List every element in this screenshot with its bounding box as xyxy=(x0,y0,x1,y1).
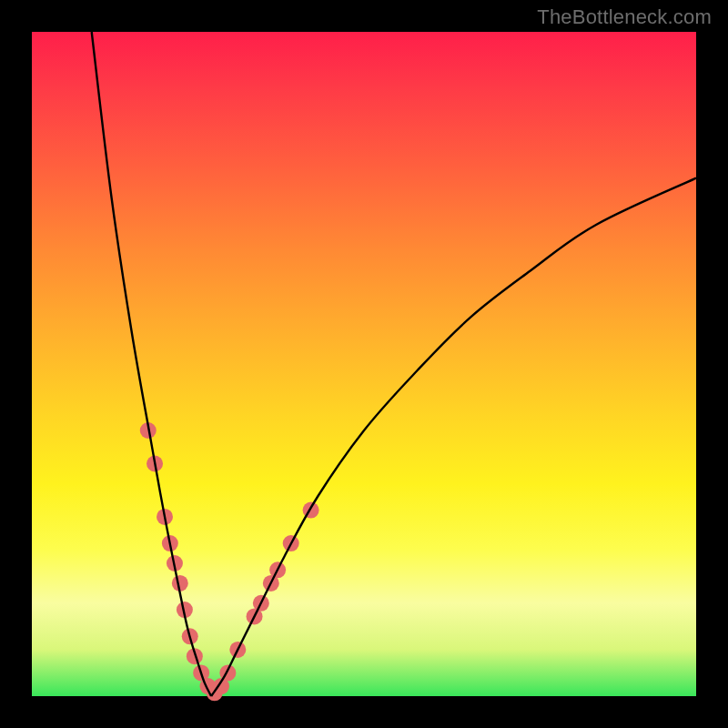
watermark-text: TheBottleneck.com xyxy=(537,5,712,29)
right-branch-curve xyxy=(211,178,696,696)
left-branch-curve xyxy=(92,32,211,696)
chart-frame: TheBottleneck.com xyxy=(0,0,728,728)
plot-area xyxy=(32,32,696,696)
dots-layer xyxy=(140,422,319,701)
chart-svg xyxy=(32,32,696,696)
